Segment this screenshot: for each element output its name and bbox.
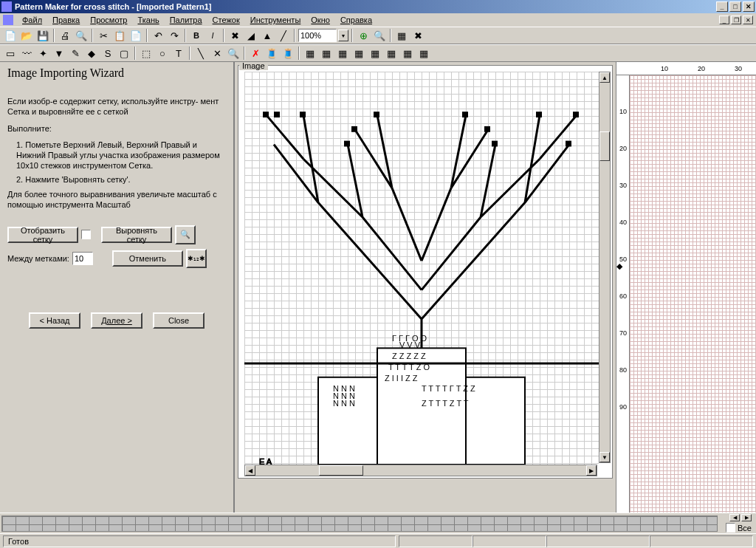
stitch-x-icon[interactable]: ✖ xyxy=(227,28,242,43)
preview-grid-area[interactable] xyxy=(630,75,756,513)
pattern-d-icon[interactable]: ▦ xyxy=(351,46,366,61)
svg-rect-3 xyxy=(374,112,379,117)
pattern-g-icon[interactable]: ▦ xyxy=(400,46,415,61)
image-scrollbar-horizontal[interactable]: ◀ ▶ xyxy=(244,465,597,476)
palette-all-label: Все xyxy=(738,524,752,532)
between-marks-input[interactable] xyxy=(72,252,93,265)
print-icon[interactable]: 🖨 xyxy=(58,28,72,43)
cancel-button[interactable]: Отменить xyxy=(112,250,183,267)
zoom-select[interactable]: 100% xyxy=(298,29,337,42)
stitch-back-icon[interactable]: ╱ xyxy=(276,28,291,43)
pattern-b-icon[interactable]: ▦ xyxy=(319,46,334,61)
thread1-icon[interactable]: 🧵 xyxy=(264,46,279,61)
italic-icon[interactable]: I xyxy=(205,28,220,43)
grid-icon[interactable]: ▦ xyxy=(394,28,409,43)
palette-all-checkbox[interactable] xyxy=(726,523,735,532)
copy-icon[interactable]: 📋 xyxy=(112,28,127,43)
menu-edit[interactable]: Правка xyxy=(48,14,84,26)
thread2-icon[interactable]: 🧵 xyxy=(281,46,295,61)
svg-rect-11 xyxy=(573,112,579,117)
palette-cells[interactable] xyxy=(1,516,718,532)
pattern-f-icon[interactable]: ▦ xyxy=(384,46,399,61)
line-icon[interactable]: ╲ xyxy=(193,46,208,61)
bucket-icon[interactable]: ▼ xyxy=(52,46,66,61)
scroll-down-icon[interactable]: ▼ xyxy=(599,452,610,462)
lasso-icon[interactable]: 〰 xyxy=(19,46,34,61)
menu-file[interactable]: Файл xyxy=(18,14,47,26)
undo-icon[interactable]: ↶ xyxy=(151,28,165,43)
open-icon[interactable]: 📂 xyxy=(19,28,34,43)
s-icon[interactable]: S xyxy=(100,46,115,61)
pattern-a-icon[interactable]: ▦ xyxy=(303,46,317,61)
show-grid-checkbox[interactable] xyxy=(81,230,91,239)
redo-icon[interactable]: ↷ xyxy=(167,28,182,43)
scroll-thumb-v[interactable] xyxy=(599,131,610,161)
save-icon[interactable]: 💾 xyxy=(35,28,50,43)
pattern-h-icon[interactable]: ▦ xyxy=(416,46,431,61)
minimize-button[interactable]: _ xyxy=(716,1,728,12)
menu-palette[interactable]: Палитра xyxy=(165,14,207,26)
pattern-e-icon[interactable]: ▦ xyxy=(368,46,382,61)
select-icon[interactable]: ▭ xyxy=(3,46,18,61)
eyedrop-icon[interactable]: ✎ xyxy=(68,46,83,61)
menu-help[interactable]: Справка xyxy=(336,14,377,26)
ruler-icon[interactable]: ✖ xyxy=(410,28,425,43)
grid-marker-button[interactable]: ✱₁₂✱ xyxy=(186,249,207,268)
magnify-icon[interactable]: 🔍 xyxy=(226,46,241,61)
palette-prev-icon[interactable]: ◀ xyxy=(729,514,740,521)
cross-icon[interactable]: ✕ xyxy=(210,46,224,61)
svg-text:E A: E A xyxy=(259,457,272,465)
oval-icon[interactable]: ○ xyxy=(155,46,170,61)
svg-rect-1 xyxy=(300,112,306,117)
close-button[interactable]: ✕ xyxy=(743,1,755,12)
svg-text:T T T T Z O: T T T T Z O xyxy=(388,363,430,371)
text-icon[interactable]: T xyxy=(171,46,186,61)
next-button[interactable]: Далее > xyxy=(91,312,142,329)
scroll-up-icon[interactable]: ▲ xyxy=(599,72,610,83)
cut-icon[interactable]: ✂ xyxy=(96,28,111,43)
pattern-c-icon[interactable]: ▦ xyxy=(335,46,350,61)
statusbar: Готов xyxy=(0,533,756,548)
zoom-tool-icon[interactable]: 🔍 xyxy=(372,28,387,43)
shape-icon[interactable]: ▢ xyxy=(117,46,131,61)
preview-grid-panel: 10 20 30 10 20 30 40 50 60 70 80 90 ◆ xyxy=(616,62,756,513)
needle-icon[interactable]: ✗ xyxy=(248,46,263,61)
svg-text:Z Z Z Z Z: Z Z Z Z Z xyxy=(392,352,426,360)
svg-rect-2 xyxy=(344,141,350,147)
scroll-left-icon[interactable]: ◀ xyxy=(245,465,255,476)
palette-next-icon[interactable]: ▶ xyxy=(741,514,752,521)
marquee-icon[interactable]: ⬚ xyxy=(139,46,154,61)
scroll-right-icon[interactable]: ▶ xyxy=(586,465,597,476)
menu-view[interactable]: Просмотр xyxy=(86,14,131,26)
diamond-icon[interactable]: ◆ xyxy=(84,46,99,61)
wizard-do-label: Выполните: xyxy=(7,123,226,134)
image-scrollbar-vertical[interactable]: ▲ ▼ xyxy=(599,72,611,463)
magnify-button[interactable]: 🔍 xyxy=(175,225,196,244)
wand-icon[interactable]: ✦ xyxy=(35,46,50,61)
bold-icon[interactable]: B xyxy=(189,28,204,43)
scroll-thumb-h[interactable] xyxy=(319,465,363,476)
menu-tools[interactable]: Инструменты xyxy=(246,14,306,26)
workspace: Image Importing Wizard Если изобр-е соде… xyxy=(0,62,756,513)
new-icon[interactable]: 📄 xyxy=(3,28,18,43)
stitch-half-icon[interactable]: ◢ xyxy=(244,28,258,43)
mdi-restore[interactable]: ❐ xyxy=(731,16,741,24)
stitch-quarter-icon[interactable]: ▲ xyxy=(260,28,275,43)
back-button[interactable]: < Назад xyxy=(29,312,80,329)
paste-icon[interactable]: 📄 xyxy=(128,28,143,43)
pattern-canvas[interactable]: E A Г Г Г O OV V V Z Z Z Z ZT T T T Z O … xyxy=(244,72,599,465)
status-cell-5 xyxy=(650,535,753,547)
pattern-image: E A Г Г Г O OV V V Z Z Z Z ZT T T T Z O … xyxy=(244,72,599,465)
menu-window[interactable]: Окно xyxy=(306,14,334,26)
close-wizard-button[interactable]: Close xyxy=(153,312,205,329)
show-grid-button[interactable]: Отобразить сетку xyxy=(7,227,78,243)
menu-fabric[interactable]: Ткань xyxy=(133,14,163,26)
fit-icon[interactable]: ⊕ xyxy=(356,28,371,43)
preview-icon[interactable]: 🔍 xyxy=(74,28,89,43)
menu-stitch[interactable]: Стежок xyxy=(208,14,244,26)
mdi-minimize[interactable]: _ xyxy=(719,16,729,24)
maximize-button[interactable]: □ xyxy=(729,1,741,12)
align-grid-button[interactable]: Выровнять сетку xyxy=(101,227,172,243)
mdi-close[interactable]: ✕ xyxy=(743,16,753,24)
zoom-dropdown-icon[interactable]: ▼ xyxy=(338,30,348,41)
